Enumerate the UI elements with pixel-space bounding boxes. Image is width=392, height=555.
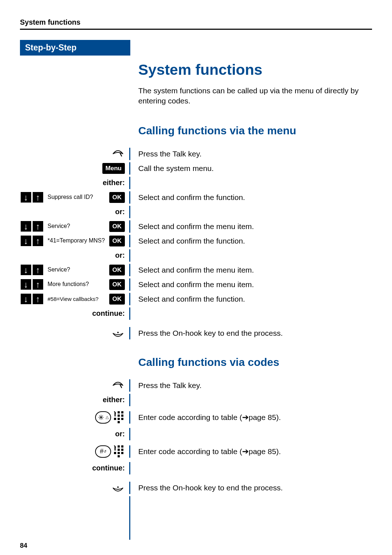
step-talk: Press the Talk key. (20, 148, 372, 160)
section2-heading-row: Calling functions via codes (20, 342, 372, 377)
step-talk-text: Press the Talk key. (130, 148, 372, 160)
step-onhook-1: Press the On-hook key to end the process… (20, 327, 372, 339)
keypad-icon (114, 411, 125, 424)
step-talk-2: Press the Talk key. (20, 379, 372, 392)
ok-key: OK (109, 279, 125, 290)
step-suppress: ↓↑ Suppress call ID? OK Select and confi… (20, 191, 372, 204)
step-code-hash: #↺ Enter code according to table (➔ page… (20, 445, 372, 458)
menu-item-label: Suppress call ID? (47, 194, 108, 200)
page-number: 84 (20, 542, 372, 550)
onhook-key-icon (111, 483, 125, 493)
nav-arrows: ↓↑ (20, 235, 44, 247)
manual-page: System functions Step-by-Step System fun… (0, 0, 392, 555)
menu-item-label: *41=Temporary MNS? (47, 237, 108, 244)
continue-label-2: continue: (20, 462, 372, 474)
svg-rect-5 (114, 418, 116, 420)
down-arrow-icon: ↓ (20, 278, 32, 290)
spacer (20, 496, 372, 540)
ok-key: OK (109, 221, 125, 232)
step-view-callbacks: ↓↑ #58=View callbacks? OK Select and con… (20, 293, 372, 305)
page-header: System functions (20, 18, 372, 30)
ok-key: OK (109, 294, 125, 305)
up-arrow-icon: ↑ (32, 264, 44, 276)
svg-rect-13 (114, 452, 116, 454)
step-menu: Menu Call the system menu. (20, 162, 372, 175)
svg-rect-11 (118, 449, 120, 451)
nav-arrows: ↓↑ (20, 191, 44, 203)
either-label-2: either: (20, 394, 372, 406)
talk-key-icon (111, 380, 125, 391)
title-row: System functions The system functions ca… (20, 56, 372, 146)
step-temporary-text: Select and confirm the function. (130, 235, 372, 247)
step-more-text: Select and confirm the menu item. (130, 278, 372, 291)
down-arrow-icon: ↓ (20, 235, 32, 247)
svg-rect-12 (121, 449, 123, 451)
svg-rect-8 (118, 421, 120, 423)
menu-item-label: Service? (47, 266, 108, 273)
down-arrow-icon: ↓ (20, 264, 32, 276)
svg-rect-3 (118, 415, 120, 417)
step-onhook-2-text: Press the On-hook key to end the process… (130, 482, 372, 494)
step-onhook-2: Press the On-hook key to end the process… (20, 482, 372, 494)
either-label-1: either: (20, 177, 372, 189)
menu-item-label: Service? (47, 223, 108, 229)
nav-arrows: ↓↑ (20, 293, 44, 305)
menu-item-label: #58=View callbacks? (47, 296, 108, 302)
ok-key: OK (109, 265, 125, 276)
svg-rect-15 (121, 452, 123, 454)
or-label-3: or: (20, 428, 372, 440)
continue-label-1: continue: (20, 307, 372, 320)
nav-arrows: ↓↑ (20, 220, 44, 232)
down-arrow-icon: ↓ (20, 191, 32, 203)
step-talk-2-text: Press the Talk key. (130, 379, 372, 392)
down-arrow-icon: ↓ (20, 293, 32, 305)
up-arrow-icon: ↑ (32, 235, 44, 247)
reference-arrow-icon: ➔ (242, 447, 249, 456)
svg-rect-2 (121, 411, 123, 413)
svg-rect-10 (121, 445, 123, 448)
hash-key-icon: #↺ (95, 445, 111, 458)
step-temporary: ↓↑ *41=Temporary MNS? OK Select and conf… (20, 235, 372, 247)
page-title: System functions (138, 61, 372, 78)
onhook-key-icon (111, 328, 125, 338)
keypad-icon (114, 445, 125, 458)
or-label-2: or: (20, 249, 372, 262)
step-suppress-text: Select and confirm the function. (130, 191, 372, 204)
step-view-text: Select and confirm the function. (130, 293, 372, 305)
reference-arrow-icon: ➔ (242, 413, 249, 422)
step-service-1-text: Select and confirm the menu item. (130, 220, 372, 233)
svg-point-17 (117, 486, 119, 488)
up-arrow-icon: ↑ (32, 220, 44, 232)
step-onhook-1-text: Press the On-hook key to end the process… (130, 327, 372, 339)
step-service-1: ↓↑ Service? OK Select and confirm the me… (20, 220, 372, 233)
up-arrow-icon: ↑ (32, 278, 44, 290)
nav-arrows: ↓↑ (20, 278, 44, 290)
talk-key-icon (111, 149, 125, 159)
up-arrow-icon: ↑ (32, 191, 44, 203)
svg-point-0 (117, 332, 119, 333)
svg-rect-4 (121, 415, 123, 417)
section1-heading: Calling functions via the menu (138, 125, 372, 137)
down-arrow-icon: ↓ (20, 220, 32, 232)
svg-rect-16 (118, 455, 120, 457)
svg-rect-1 (118, 411, 120, 413)
step-menu-text: Call the system menu. (130, 162, 372, 175)
svg-rect-9 (118, 445, 120, 448)
step-code-hash-text: Enter code according to table (➔ page 85… (130, 445, 372, 458)
star-key-icon: ✳ △ (95, 411, 111, 424)
up-arrow-icon: ↑ (32, 293, 44, 305)
intro-text: The system functions can be called up vi… (138, 86, 372, 106)
step-code-star-text: Enter code according to table (➔ page 85… (130, 411, 372, 424)
ok-key: OK (109, 236, 125, 246)
step-more: ↓↑ More functions? OK Select and confirm… (20, 278, 372, 291)
step-code-star: ✳ △ Enter code according to table (➔ pag… (20, 411, 372, 424)
svg-rect-6 (118, 418, 120, 420)
nav-arrows: ↓↑ (20, 264, 44, 276)
svg-rect-7 (121, 418, 123, 420)
menu-key: Menu (102, 163, 125, 174)
step-service-2-text: Select and confirm the menu item. (130, 264, 372, 276)
svg-rect-14 (118, 452, 120, 454)
ok-key: OK (109, 192, 125, 203)
step-service-2: ↓↑ Service? OK Select and confirm the me… (20, 264, 372, 276)
menu-item-label: More functions? (47, 281, 108, 287)
